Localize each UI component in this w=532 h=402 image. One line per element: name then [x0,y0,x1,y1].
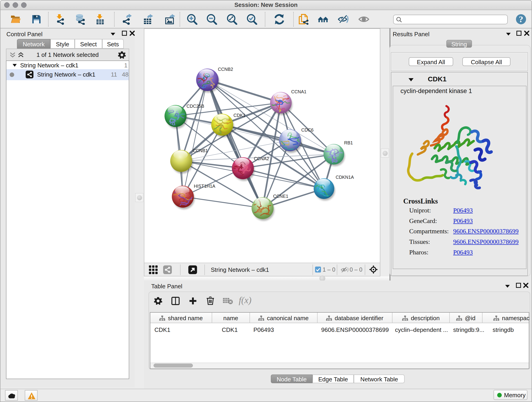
svg-text:CDK1: CDK1 [234,113,245,118]
svg-text:CCNA1: CCNA1 [291,89,306,94]
svg-text:CCNB1: CCNB1 [193,148,208,153]
svg-text:?: ? [519,14,523,24]
svg-text:CDKN1A: CDKN1A [336,175,354,180]
svg-text:CCNB2: CCNB2 [218,67,233,72]
svg-text:CCNE1: CCNE1 [273,194,288,199]
svg-text:HIST1H1A: HIST1H1A [194,184,215,189]
svg-text:RB1: RB1 [344,140,353,145]
svg-text:CDC6: CDC6 [301,128,313,133]
svg-text:CDC25B: CDC25B [186,104,204,109]
svg-text:CCNA2: CCNA2 [254,156,269,161]
